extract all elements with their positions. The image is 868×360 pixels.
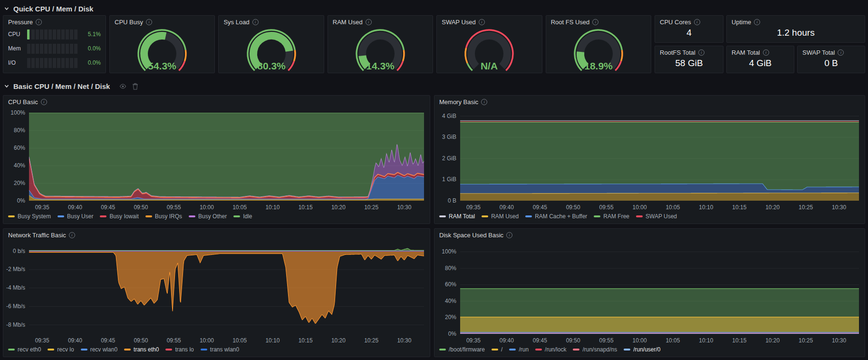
chart-plot-area[interactable] [29,246,424,334]
y-axis-label: -6 Mb/s [3,303,25,310]
legend-item-ram-total[interactable]: RAM Total [439,213,475,220]
series-color-marker [81,349,87,350]
x-axis-label: 10:30 [825,204,853,211]
series-color-marker [201,349,207,350]
panel-cpu-busy: CPU Busy54.3% [109,15,215,73]
legend-item-run-user-0[interactable]: /run/user/0 [624,346,660,353]
x-axis-label: 10:10 [692,337,720,344]
panel-title: Pressure [8,19,33,26]
x-axis-label: 09:40 [61,337,89,344]
series-color-marker [189,215,195,217]
chart-plot-area[interactable] [460,113,859,201]
legend-item-busy-user[interactable]: Busy User [58,213,93,220]
trash-icon[interactable] [132,83,138,90]
legend-item-busy-iowait[interactable]: Busy Iowait [100,213,138,220]
series-color-marker [8,349,15,350]
pressure-bar-gauge [27,58,78,68]
gauge: 18.9% [546,26,651,73]
x-axis-label: 09:45 [526,337,554,344]
legend-item-run[interactable]: /run [509,346,529,353]
panel-pressure: Pressure CPU5.1%Mem0.0%I/O0.0% [3,15,106,73]
panel-title: Memory Basic [439,98,478,106]
series-color-marker [439,215,446,217]
legend-item-busy-irqs[interactable]: Busy IRQs [145,213,182,220]
panel-title: CPU Basic [8,98,38,106]
info-icon[interactable] [36,19,42,25]
legend-item-run-lock[interactable]: /run/lock [535,346,566,353]
y-axis-label: 60% [3,145,25,151]
x-axis-label: 09:50 [126,204,155,211]
info-icon[interactable] [698,49,704,56]
pressure-row: I/O0.0% [8,57,101,68]
info-icon[interactable] [252,19,259,25]
info-icon[interactable] [694,19,700,25]
pressure-rows: CPU5.1%Mem0.0%I/O0.0% [8,29,101,68]
legend-item-ram-used[interactable]: RAM Used [482,213,519,220]
chart-plot-area[interactable] [460,246,859,334]
info-icon[interactable] [366,19,372,25]
series-color-marker [58,215,64,217]
y-axis-label: 2 GiB [434,155,456,162]
section-row-basic[interactable]: Basic CPU / Mem / Net / Disk [0,79,868,93]
panel-header: RAM Total [732,49,791,56]
eye-icon[interactable] [119,83,126,90]
panel-ram-total: RAM Total4 GiB [726,46,794,73]
y-axis-label: 80% [3,127,25,134]
panel-header: RootFS Total [660,49,720,56]
legend: Busy SystemBusy UserBusy IowaitBusy IRQs… [8,212,426,221]
info-icon[interactable] [838,49,844,56]
series-color-marker [482,215,488,217]
pressure-label: CPU [8,31,23,38]
legend-item-busy-other[interactable]: Busy Other [189,213,227,220]
panel-title: RAM Used [333,19,363,26]
panel-header: Network Traffic Basic [8,232,427,239]
legend-item-trans-wlan0[interactable]: trans wlan0 [201,346,239,353]
legend-item-swap-used[interactable]: SWAP Used [636,213,677,220]
legend-item-idle[interactable]: Idle [233,213,252,220]
x-axis-label: 10:25 [357,204,386,211]
legend-item-trans-eth0[interactable]: trans eth0 [124,346,159,353]
legend-item-ram-free[interactable]: RAM Free [594,213,629,220]
section-row-quick[interactable]: Quick CPU / Mem / Disk [0,0,868,15]
legend-item-[interactable]: / [492,346,502,353]
x-axis-label: 10:15 [725,204,753,211]
legend-item-boot-firmware[interactable]: /boot/firmware [439,346,485,353]
legend-item-busy-system[interactable]: Busy System [8,213,51,220]
x-axis-label: 09:55 [592,337,621,344]
info-icon[interactable] [69,232,75,238]
info-icon[interactable] [592,19,598,25]
info-icon[interactable] [479,19,485,25]
legend-item-run-snapd-ns[interactable]: /run/snapd/ns [573,346,617,353]
panel-title: SWAP Total [802,49,835,56]
x-axis-label: 09:40 [492,204,521,211]
x-axis-label: 09:45 [526,204,554,211]
info-icon[interactable] [754,19,760,25]
x-axis-label: 09:45 [94,204,122,211]
panel-header: Root FS Used [551,19,648,26]
y-axis-label: 80% [434,265,456,272]
legend-item-ram-cache-buffer[interactable]: RAM Cache + Buffer [525,213,587,220]
x-axis-label: 10:00 [626,337,654,344]
legend-item-trans-lo[interactable]: trans lo [165,346,193,353]
info-icon[interactable] [41,99,47,105]
panel-title: Sys Load [223,19,249,26]
chart-plot-area[interactable] [29,113,424,201]
panel-title: Uptime [732,19,751,26]
panel-root-fs-used: Root FS Used18.9% [546,15,651,73]
legend-item-recv-lo[interactable]: recv lo [48,346,74,353]
info-icon[interactable] [506,232,512,238]
legend-item-recv-wlan0[interactable]: recv wlan0 [81,346,117,353]
series-color-marker [145,215,152,217]
panel-header: Disk Space Used Basic [439,232,862,239]
x-axis-label: 10:25 [791,337,820,344]
y-axis-label: 20% [3,180,25,186]
info-icon[interactable] [763,49,769,56]
x-axis-label: 10:05 [658,337,687,344]
panel-header: Pressure [8,19,103,26]
info-icon[interactable] [146,19,152,25]
legend-item-recv-eth0[interactable]: recv eth0 [8,346,41,353]
x-axis-label: 10:10 [258,337,287,344]
quick-panels-row: Pressure CPU5.1%Mem0.0%I/O0.0% CPU Busy5… [3,15,865,73]
x-axis-label: 10:05 [225,204,254,211]
info-icon[interactable] [481,99,487,105]
